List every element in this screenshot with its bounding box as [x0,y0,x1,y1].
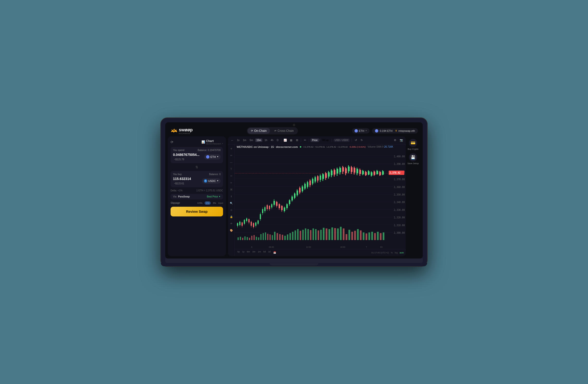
tool-crosshair-icon[interactable]: ✛ [229,146,234,151]
chart-type-line-icon[interactable]: 📈 [283,138,288,143]
svg-rect-123 [376,171,378,174]
save-setup-label: Save Setup [407,162,419,165]
wallet-info[interactable]: Ξ 0.194 ETH ⬆ mtopswap.eth [372,128,418,134]
review-swap-button[interactable]: Review Swap [170,207,223,216]
range-5y[interactable]: 5y [237,250,241,255]
toolbar-divider-5 [352,139,352,142]
candlestick-chart-svg[interactable]: 2,400.00 2,390.00 2,378.42 2,370.00 2,36… [235,149,406,249]
scale-percent[interactable]: % [391,251,393,254]
tf-15m[interactable]: 15m [255,138,262,142]
laptop-screen: swøøp EXCHANGE ⟳ On-Chain ⇌ Cross-Chain [165,122,423,258]
svg-rect-142 [270,234,271,240]
tab-cross-chain[interactable]: ⇌ Cross-Chain [271,128,297,134]
mcap-btn[interactable]: MCap [321,138,330,142]
range-3m[interactable]: 3m [252,250,256,255]
buy-token-select[interactable]: $ USDC ▼ [202,178,221,184]
svg-rect-184 [383,232,384,240]
svg-rect-173 [351,231,353,240]
range-calendar-icon[interactable]: 📅 [272,250,277,255]
tool-palette-icon[interactable]: 🎨 [229,228,234,233]
range-1y[interactable]: 1y [242,250,245,255]
svg-rect-164 [326,228,327,240]
tool-lock-icon[interactable]: 🔒 [229,214,234,219]
tool-magnet-icon[interactable]: ⊙ [229,208,234,213]
svg-rect-133 [249,238,250,240]
best-price-chevron-icon: ▼ [219,196,221,198]
eth-chain-icon: Ξ [355,129,358,133]
chart-camera-icon[interactable]: 📷 [399,138,404,143]
swap-meta-row: Delta: <1% 1 ETH = 2,375.51 USDC [170,189,223,192]
range-5d[interactable]: 5d [263,250,267,255]
wallet-eth-icon: Ξ [375,129,378,133]
tool-fibonacci-icon[interactable]: ≡ [229,181,234,185]
svg-rect-182 [377,231,378,240]
buy-crypto-action[interactable]: 💳 Buy Crypto [408,139,419,150]
tab-on-chain[interactable]: ⟳ On-Chain [248,128,270,134]
tf-1h[interactable]: 1h [263,138,269,142]
tool-pattern-icon[interactable]: ⌘ [229,187,234,192]
svg-rect-55 [284,207,285,211]
tool-eye-icon[interactable]: 👁 [229,221,234,226]
save-setup-icon: 💾 [409,153,417,161]
refresh-spinner[interactable]: ⟳ [170,140,173,144]
range-1d[interactable]: 1d [268,250,272,255]
price-btn[interactable]: Price [311,138,319,142]
tf-1s[interactable]: 1s [236,138,241,142]
svg-rect-19 [242,222,243,226]
buy-amount[interactable]: 115.632314 [173,177,191,181]
swap-direction-icon[interactable]: ⇅ [170,165,223,169]
svg-rect-136 [256,237,257,240]
best-price-selector[interactable]: Best Price ▼ [207,195,221,198]
chart-type-candle-icon[interactable]: ▦ [289,138,294,143]
tf-4h[interactable]: 4h [270,138,274,142]
spend-amount[interactable]: 0.04867675054... [173,153,199,157]
scale-auto[interactable]: auto [399,251,404,254]
range-1m[interactable]: 1m [257,250,262,255]
tool-measure-icon[interactable]: ✂ [229,174,234,179]
delta-label: Delta: <1% [170,189,183,192]
swap-header: ⟳ 📊 Chart DEXSCREENER ↗ [170,139,223,145]
chart-settings-icon[interactable]: ⚙ [393,138,398,143]
currency-toggle[interactable]: USD / USDC [333,138,350,142]
chart-undo-icon[interactable]: ↺ [353,138,358,143]
svg-chart-container: 2,400.00 2,390.00 2,378.42 2,370.00 2,36… [235,149,406,249]
svg-rect-134 [251,236,252,240]
tool-pen-icon[interactable]: ✏ [229,153,234,158]
chart-link[interactable]: 📊 Chart DEXSCREENER ↗ [201,139,223,145]
tool-info-icon[interactable]: ℹ [229,194,234,199]
tool-zoom-icon[interactable]: 🔍 [229,201,234,206]
scale-log[interactable]: log [395,251,398,254]
slippage-row: Slippage 0.5% 1% 3% Input [170,201,223,205]
chart-nav-prev-icon[interactable]: ← [230,138,235,143]
svg-text:2,300.00: 2,300.00 [394,231,405,234]
chart-redo-icon[interactable]: ↻ [359,138,364,143]
slippage-0.5[interactable]: 0.5% [196,201,204,205]
camera-notch [293,124,295,126]
slippage-input[interactable]: Input [218,202,223,204]
svg-text:2,340.00: 2,340.00 [394,201,405,203]
tf-1m[interactable]: 1m [242,138,248,142]
right-sidebar: 💳 Buy Crypto 💾 Save Setup [406,136,420,256]
svg-rect-170 [343,228,345,240]
slippage-1[interactable]: 1% [205,201,211,205]
range-6m[interactable]: 6m [246,250,251,255]
chain-chevron-icon: ▼ [365,130,367,132]
slippage-3[interactable]: 3% [211,201,217,205]
tf-5m[interactable]: 5m [248,138,254,142]
chain-selector[interactable]: Ξ ETH ▼ [352,128,370,134]
svg-rect-180 [371,231,373,240]
chart-settings-row: ⚙ 📷 [393,138,404,143]
spend-token-select[interactable]: ETH ▼ [204,154,221,159]
save-setup-action[interactable]: 💾 Save Setup [407,153,419,165]
svg-rect-81 [317,176,318,181]
tool-text-icon[interactable]: T [229,167,234,172]
svg-rect-67 [299,188,301,192]
svg-rect-93 [334,170,335,174]
svg-rect-168 [337,228,339,240]
chart-indicators-icon[interactable]: ⊞ [294,138,299,143]
spend-label-row: You spend Balance: 0.19470700 [173,149,221,152]
tf-d[interactable]: D [275,138,280,142]
tool-hline-icon[interactable]: — [229,160,234,165]
svg-text:2,320.00: 2,320.00 [394,216,405,219]
chart-draw-icon[interactable]: ✏ [302,138,307,143]
